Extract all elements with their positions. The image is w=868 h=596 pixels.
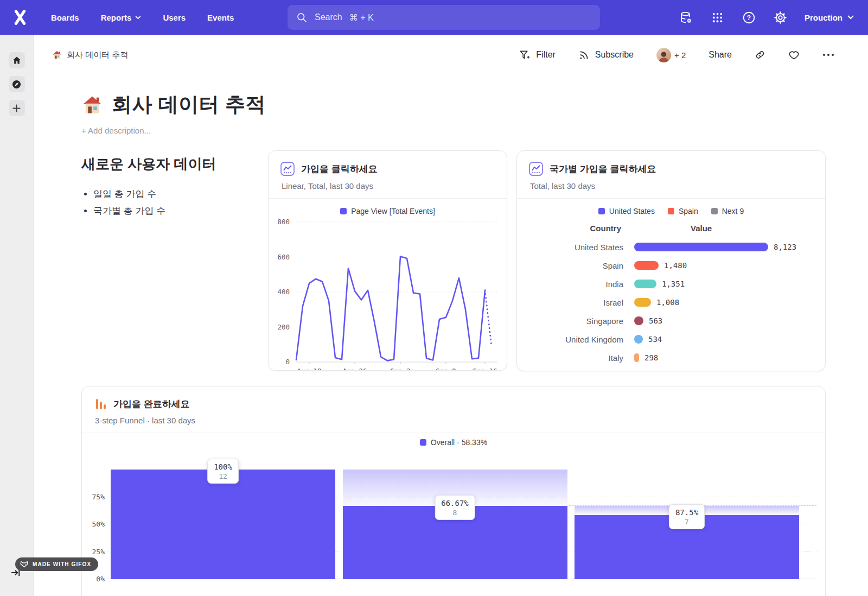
search-input[interactable]: Search ⌘ + K [288,5,600,30]
chevron-down-icon [135,16,141,20]
country-bar[interactable] [634,243,768,251]
nav-item-label: Events [207,13,234,22]
line-chart-plot[interactable]: 0200400600800Aug 19Aug 26Sep 2Sep 9Sep 1… [273,218,503,371]
collaborators[interactable]: + 2 [656,48,686,62]
data-management-icon[interactable] [679,10,693,24]
country-label: United Kingdom [517,335,623,344]
table-row[interactable]: India1,351 [517,275,825,293]
compass-icon [11,79,22,90]
country-value: 1,480 [664,261,687,270]
nav-item-reports[interactable]: Reports [101,13,142,22]
svg-text:200: 200 [277,323,290,331]
explore-button[interactable] [9,76,25,92]
country-label: Spain [517,261,623,270]
copy-link-button[interactable] [755,49,765,60]
funnel-conversion: 66.67% [441,499,469,508]
home-button[interactable] [9,52,25,68]
country-bar[interactable] [634,261,659,270]
nav-item-events[interactable]: Events [207,13,234,22]
legend-swatch [340,208,347,214]
bullet-item: 국가별 총 가입 수 [93,205,268,217]
more-options-button[interactable] [822,53,834,56]
add-description-button[interactable]: + Add description... [81,126,868,135]
svg-text:400: 400 [277,288,290,296]
table-row[interactable]: Spain1,480 [517,256,825,275]
line-chart-legend: Page View [Total Events] [269,207,507,215]
country-bar[interactable] [634,335,643,344]
svg-text:Sep 16: Sep 16 [473,367,497,371]
table-row[interactable]: Singapore563 [517,312,825,330]
svg-text:0: 0 [285,358,290,366]
legend-item[interactable]: Spain [668,207,698,215]
svg-text:800: 800 [277,218,290,226]
country-value: 563 [649,316,662,325]
page-title-text: 회사 데이터 추적 [112,91,266,118]
svg-text:?: ? [746,14,750,21]
table-headers: Country Value [517,224,825,233]
funnel-bars-icon [94,397,107,410]
legend-item[interactable]: United States [598,207,655,215]
legend-label: United States [609,207,655,215]
country-bar[interactable] [634,316,643,325]
column-country: Country [517,224,623,233]
table-row[interactable]: United Kingdom534 [517,330,825,348]
table-row[interactable]: Israel1,008 [517,293,825,312]
table-row[interactable]: Italy298 [517,348,825,367]
svg-text:Aug 19: Aug 19 [297,367,321,371]
fox-icon [20,561,28,568]
text-card: 새로운 사용자 데이터 일일 총 가입 수국가별 총 가입 수 [81,150,268,371]
rss-icon [578,49,590,61]
favorite-button[interactable] [788,49,800,61]
filter-button[interactable]: Filter [519,49,556,61]
line-chart-card[interactable]: 가입을 클릭하세요 Linear, Total, last 30 days Pa… [268,150,507,371]
breadcrumb[interactable]: 회사 데이터 추적 [52,50,128,60]
country-label: United States [517,243,623,252]
text-card-heading: 새로운 사용자 데이터 [81,155,268,174]
settings-gear-icon[interactable] [773,10,787,24]
country-value: 8,123 [774,243,796,251]
nav-item-label: Users [163,13,186,22]
subscribe-button[interactable]: Subscribe [578,49,634,61]
funnel-tooltip: 100%12 [207,459,239,484]
apps-grid-icon[interactable] [710,10,724,24]
insights-chart-icon [529,162,543,176]
country-bar[interactable] [634,298,651,307]
house-emoji-icon [81,94,103,116]
legend-swatch [420,439,426,446]
search-placeholder: Search [315,12,342,22]
countries-chart-card[interactable]: 국가별 가입을 클릭하세요 Total, last 30 days United… [516,150,826,371]
help-icon[interactable]: ? [742,10,756,24]
funnel-ytick: 25% [82,548,105,556]
funnel-chart-card[interactable]: 가입을 완료하세요 3-step Funnel · last 30 days O… [81,386,826,596]
svg-text:Sep 9: Sep 9 [436,367,456,371]
country-bar[interactable] [634,280,656,288]
board-content: 회사 데이터 추적 Filter Subscribe + 2 [34,35,868,596]
funnel-ytick: 50% [82,520,105,528]
project-selector[interactable]: Prouction [805,13,854,22]
funnel-count: 12 [214,472,232,480]
funnel-subtitle: 3-step Funnel · last 30 days [95,416,813,425]
insights-chart-icon [280,162,295,176]
funnel-bar[interactable] [111,470,335,579]
funnel-tooltip: 66.67%8 [435,495,475,520]
legend-label: Next 9 [722,207,744,215]
mixpanel-logo-icon[interactable] [11,8,29,27]
filter-label: Filter [536,50,556,60]
primary-nav: BoardsReportsUsersEvents [51,13,234,22]
nav-item-boards[interactable]: Boards [51,13,79,22]
funnel-legend: Overall · 58.33% [82,438,825,447]
country-value: 1,008 [656,298,679,307]
breadcrumb-label: 회사 데이터 추적 [67,50,128,60]
left-rail [0,35,34,596]
home-icon [12,55,22,65]
legend-item[interactable]: Next 9 [711,207,744,215]
nav-item-users[interactable]: Users [163,13,186,22]
create-board-button[interactable] [9,100,25,116]
share-button[interactable]: Share [709,50,732,60]
country-bar[interactable] [634,353,639,362]
nav-item-label: Boards [51,13,79,22]
table-row[interactable]: United States8,123 [517,238,825,256]
country-label: Israel [517,298,623,307]
gifox-label: MADE WITH GIFOX [33,561,91,567]
svg-text:Sep 2: Sep 2 [390,367,411,371]
